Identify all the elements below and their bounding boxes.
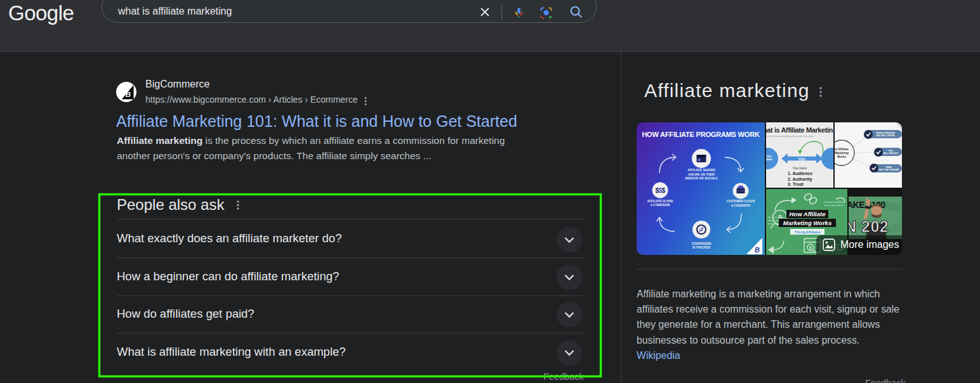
svg-text:AD/LINK ON THEIR: AD/LINK ON THEIR: [688, 173, 715, 176]
svg-text:CONVERSION: CONVERSION: [692, 242, 712, 245]
svg-text:AFFILIATE IS PAID: AFFILIATE IS PAID: [647, 200, 673, 203]
svg-text:You have: You have: [793, 166, 807, 170]
svg-text:Marketing Works: Marketing Works: [783, 219, 831, 226]
svg-text:Works: Works: [837, 155, 846, 159]
svg-text:SELL THE GOO: SELL THE GOO: [883, 152, 898, 155]
svg-text:2. Authority: 2. Authority: [788, 177, 812, 182]
svg-text:AND SELL ONLINE: AND SELL ONLINE: [877, 134, 895, 137]
svg-text:YOU: YOU: [798, 157, 805, 161]
svg-text:$: $: [809, 245, 812, 250]
svg-text:N 202: N 202: [849, 217, 889, 235]
svg-text:& CONVERTS: & CONVERTS: [731, 204, 750, 207]
svg-text:course by recommending other p: course by recommending other people's (o…: [766, 135, 814, 138]
svg-text:HOW AFFILIATE PROGRAMS WORK: HOW AFFILIATE PROGRAMS WORK: [642, 131, 760, 138]
svg-text:IS TRACKED: IS TRACKED: [692, 246, 711, 249]
svg-text:ThirstyAffiliates: ThirstyAffiliates: [794, 230, 820, 234]
svg-text:Promote and affiliate: Promote and affiliate: [824, 201, 844, 204]
svg-text:1. Audience: 1. Audience: [788, 171, 812, 176]
svg-text:A COMISSION: A COMISSION: [651, 204, 670, 207]
svg-text:hat is Affiliate Marketin: hat is Affiliate Marketin: [766, 126, 833, 134]
svg-text:B: B: [126, 91, 131, 98]
svg-text:w Affiliate: w Affiliate: [835, 148, 849, 151]
svg-text:CUSTOMER CLICKS: CUSTOMER CLICKS: [727, 200, 755, 203]
svg-text:The cost is minimal: The cost is minimal: [767, 216, 786, 219]
svg-text:ONLY THE CONSUME: ONLY THE CONSUME: [878, 169, 899, 171]
svg-text:KERS: KERS: [766, 158, 772, 161]
svg-text:$$$: $$$: [655, 187, 665, 194]
svg-text:WEBSITE OR SOCIALS: WEBSITE OR SOCIALS: [685, 177, 718, 180]
svg-text:B: B: [755, 246, 760, 254]
svg-text:3. Trust: 3. Trust: [788, 182, 804, 186]
svg-text:Marketing: Marketing: [835, 152, 849, 155]
svg-text:link on your website: link on your website: [824, 204, 844, 207]
svg-text:How Affiliate: How Affiliate: [789, 211, 826, 217]
svg-text:AFFILIATE SHARES: AFFILIATE SHARES: [687, 169, 715, 172]
